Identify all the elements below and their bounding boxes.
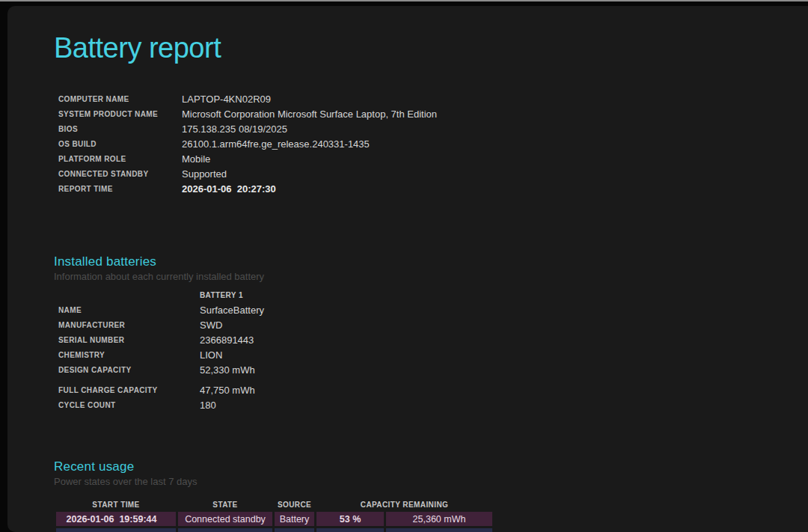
column-header-state: STATE: [178, 500, 272, 510]
system-info-value: Microsoft Corporation Microsoft Surface …: [182, 107, 808, 122]
cell-source: [275, 528, 314, 532]
section-heading-recent-usage: Recent usage: [54, 459, 808, 475]
cell-capacity-percent: 53 %: [316, 512, 384, 526]
battery-info-row: MANUFACTURER SWD: [58, 318, 808, 333]
system-info-row: COMPUTER NAME LAPTOP-4KN02R09: [58, 92, 808, 107]
system-info-value: Supported: [182, 167, 808, 182]
battery-info-value: 47,750 mWh: [200, 383, 808, 398]
system-info-row: CONNECTED STANDBY Supported: [58, 167, 808, 182]
battery-info-row: SERIAL NUMBER 2366891443: [58, 333, 808, 348]
battery-info-value: SWD: [200, 318, 808, 333]
battery-info-value: 2366891443: [200, 333, 808, 348]
system-info-label: SYSTEM PRODUCT NAME: [58, 107, 182, 122]
section-subtitle-installed-batteries: Information about each currently install…: [54, 270, 808, 283]
cell-state: Connected standby: [178, 512, 272, 526]
screen-top-edge: [0, 0, 808, 1]
system-info-label: REPORT TIME: [58, 182, 182, 197]
cell-source: Battery: [275, 512, 314, 526]
recent-usage-row: 19:59:44 Suspended 53 % 25,360 mWh: [56, 528, 492, 532]
section-heading-installed-batteries: Installed batteries: [54, 254, 808, 270]
system-info-value: 2026-01-06 20:27:30: [182, 182, 808, 197]
battery-info-row: NAME SurfaceBattery: [58, 303, 808, 318]
system-info-value: 26100.1.arm64fre.ge_release.240331-1435: [182, 137, 808, 152]
recent-usage-header-row: START TIME STATE SOURCE CAPACITY REMAINI…: [56, 500, 492, 510]
battery-report-page: Battery report COMPUTER NAME LAPTOP-4KN0…: [7, 6, 808, 532]
system-info-value: 175.138.235 08/19/2025: [182, 122, 808, 137]
system-info-row: OS BUILD 26100.1.arm64fre.ge_release.240…: [58, 137, 808, 152]
battery-info-row: FULL CHARGE CAPACITY 47,750 mWh: [58, 383, 808, 398]
system-info-label: BIOS: [58, 122, 182, 137]
cell-state: Suspended: [178, 528, 272, 532]
battery-info-label: MANUFACTURER: [58, 318, 200, 333]
battery-info-table: BATTERY 1 NAME SurfaceBattery MANUFACTUR…: [58, 288, 808, 413]
cell-start-time: 2026-01-06 19:59:44: [56, 512, 176, 526]
system-info-row: BIOS 175.138.235 08/19/2025: [58, 122, 808, 137]
battery-info-value: LION: [200, 348, 808, 363]
cell-capacity-percent: 53 %: [316, 528, 384, 532]
section-subtitle-recent-usage: Power states over the last 7 days: [54, 475, 808, 488]
battery-info-row: DESIGN CAPACITY 52,330 mWh: [58, 363, 808, 378]
battery-info-label: CYCLE COUNT: [58, 398, 200, 413]
column-header-capacity-remaining: CAPACITY REMAINING: [316, 500, 492, 510]
system-info-label: CONNECTED STANDBY: [58, 167, 182, 182]
battery-info-value: 180: [200, 398, 808, 413]
column-header-source: SOURCE: [275, 500, 314, 510]
system-info-value: LAPTOP-4KN02R09: [182, 92, 808, 107]
recent-usage-row: 2026-01-06 19:59:44 Connected standby Ba…: [56, 512, 492, 526]
battery-info-row: CYCLE COUNT 180: [58, 398, 808, 413]
system-info-label: OS BUILD: [58, 137, 182, 152]
system-info-label: PLATFORM ROLE: [58, 152, 182, 167]
system-info-value: Mobile: [182, 152, 808, 167]
battery-column-header-row: BATTERY 1: [58, 288, 808, 303]
system-info-row: SYSTEM PRODUCT NAME Microsoft Corporatio…: [58, 107, 808, 122]
system-info-table: COMPUTER NAME LAPTOP-4KN02R09 SYSTEM PRO…: [58, 92, 808, 197]
page-title: Battery report: [54, 30, 808, 66]
battery-info-label: SERIAL NUMBER: [58, 333, 200, 348]
battery-info-rows: NAME SurfaceBattery MANUFACTURER SWD SER…: [58, 303, 808, 413]
battery-info-value: 52,330 mWh: [200, 363, 808, 378]
battery-info-row: CHEMISTRY LION: [58, 348, 808, 363]
cell-start-time: 19:59:44: [56, 528, 176, 532]
recent-usage-table: START TIME STATE SOURCE CAPACITY REMAINI…: [54, 498, 495, 532]
battery-column-header: BATTERY 1: [200, 288, 808, 303]
cell-capacity-mwh: 25,360 mWh: [386, 512, 492, 526]
cell-capacity-mwh: 25,360 mWh: [386, 528, 492, 532]
system-info-label: COMPUTER NAME: [58, 92, 182, 107]
battery-info-label: CHEMISTRY: [58, 348, 200, 363]
recent-usage-header: START TIME STATE SOURCE CAPACITY REMAINI…: [56, 500, 492, 510]
battery-info-value: SurfaceBattery: [200, 303, 808, 318]
column-header-start-time: START TIME: [56, 500, 176, 510]
system-info-row: REPORT TIME 2026-01-06 20:27:30: [58, 182, 808, 197]
battery-info-label: DESIGN CAPACITY: [58, 363, 200, 378]
recent-usage-body: 2026-01-06 19:59:44 Connected standby Ba…: [56, 512, 492, 532]
battery-info-label: NAME: [58, 303, 200, 318]
system-info-row: PLATFORM ROLE Mobile: [58, 152, 808, 167]
battery-info-label: FULL CHARGE CAPACITY: [58, 383, 200, 398]
